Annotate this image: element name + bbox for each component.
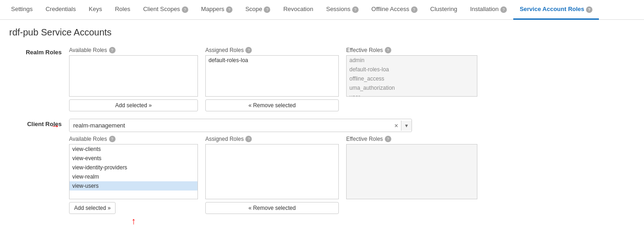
list-item[interactable]: view-events — [70, 154, 197, 163]
client-effective-help-icon[interactable]: ? — [385, 136, 391, 142]
effective-item-default-roles: default-roles-loa — [347, 65, 477, 74]
nav-scope[interactable]: Scope ? — [239, 0, 277, 20]
effective-item-admin: admin — [347, 56, 477, 65]
nav-client-scopes[interactable]: Client Scopes ? — [137, 0, 195, 20]
list-item[interactable]: view-realm — [70, 172, 197, 181]
client-assigned-label: Assigned Roles ? — [205, 136, 339, 142]
installation-help-icon: ? — [500, 6, 507, 13]
client-roles-columns: Available Roles ? view-clients view-even… — [69, 136, 635, 214]
realm-roles-columns: Available Roles ? Add selected » Assigne… — [69, 47, 635, 111]
effective-item-user: user — [347, 92, 477, 97]
client-assigned-help-icon[interactable]: ? — [245, 136, 252, 142]
realm-effective-listbox: admin default-roles-loa offline_access u… — [346, 55, 477, 97]
realm-roles-label: Realm Roles — [9, 47, 69, 56]
list-item-view-users[interactable]: view-users → — [70, 181, 197, 191]
realm-available-label: Available Roles ? — [69, 47, 198, 53]
client-available-listbox[interactable]: view-clients view-events view-identity-p… — [69, 144, 198, 199]
list-item[interactable]: view-identity-providers — [70, 163, 197, 172]
nav-keys[interactable]: Keys — [82, 0, 109, 20]
realm-assigned-col: Assigned Roles ? default-roles-loa « Rem… — [205, 47, 339, 111]
top-navigation: Settings Credentials Keys Roles Client S… — [0, 0, 644, 20]
list-item[interactable]: view-clients — [70, 145, 197, 154]
realm-remove-selected-button[interactable]: « Remove selected — [205, 99, 339, 111]
client-effective-col: Effective Roles ? — [346, 136, 477, 199]
realm-available-col: Available Roles ? Add selected » — [69, 47, 198, 111]
realm-add-selected-button[interactable]: Add selected » — [69, 99, 198, 111]
realm-assigned-help-icon[interactable]: ? — [245, 47, 252, 53]
client-roles-input-row: Client Roles → × ▾ — [9, 119, 635, 132]
realm-available-help-icon[interactable]: ? — [109, 47, 116, 53]
realm-available-listbox[interactable] — [69, 55, 198, 97]
arrow-add-button: ↑ — [131, 216, 136, 226]
client-roles-dropdown-button[interactable]: ▾ — [401, 121, 412, 131]
nav-installation[interactable]: Installation ? — [464, 0, 513, 20]
scope-help-icon: ? — [264, 6, 270, 13]
effective-item-offline: offline_access — [347, 74, 477, 83]
client-remove-selected-button[interactable]: « Remove selected — [205, 202, 339, 214]
realm-assigned-label: Assigned Roles ? — [205, 47, 339, 53]
effective-item-uma: uma_authorization — [347, 83, 477, 92]
content-area: Realm Roles Available Roles ? Add select… — [0, 42, 644, 231]
nav-service-account-roles[interactable]: Service Account Roles ? — [513, 0, 599, 20]
nav-roles[interactable]: Roles — [109, 0, 137, 20]
realm-assigned-listbox[interactable]: default-roles-loa — [205, 55, 339, 97]
nav-revocation[interactable]: Revocation — [277, 0, 319, 20]
client-effective-label: Effective Roles ? — [346, 136, 477, 142]
nav-offline-access[interactable]: Offline Access ? — [365, 0, 424, 20]
client-available-label: Available Roles ? — [69, 136, 198, 142]
sessions-help-icon: ? — [352, 6, 359, 13]
realm-effective-label: Effective Roles ? — [346, 47, 477, 53]
client-assigned-listbox[interactable] — [205, 144, 339, 199]
client-available-col: Available Roles ? view-clients view-even… — [69, 136, 198, 214]
mappers-help-icon: ? — [226, 6, 232, 13]
realm-effective-help-icon[interactable]: ? — [385, 47, 391, 53]
client-assigned-col: Assigned Roles ? « Remove selected — [205, 136, 339, 214]
client-available-help-icon[interactable]: ? — [109, 136, 116, 142]
nav-settings[interactable]: Settings — [5, 0, 39, 20]
offline-access-help-icon: ? — [411, 6, 418, 13]
realm-effective-col: Effective Roles ? admin default-roles-lo… — [346, 47, 477, 97]
nav-mappers[interactable]: Mappers ? — [195, 0, 239, 20]
client-add-selected-button[interactable]: Add selected » — [69, 202, 116, 214]
client-scopes-help-icon: ? — [182, 6, 188, 13]
client-roles-spacer — [9, 136, 69, 138]
nav-sessions[interactable]: Sessions ? — [319, 0, 365, 20]
nav-clustering[interactable]: Clustering — [424, 0, 464, 20]
page-title: rdf-pub Service Accounts — [0, 20, 644, 42]
realm-roles-section: Realm Roles Available Roles ? Add select… — [9, 47, 635, 111]
client-roles-label: Client Roles — [9, 119, 69, 127]
client-roles-clear-button[interactable]: × — [392, 120, 401, 131]
nav-credentials[interactable]: Credentials — [39, 0, 82, 20]
client-effective-listbox — [346, 144, 477, 199]
service-account-help-icon: ? — [586, 6, 592, 13]
client-roles-section: Available Roles ? view-clients view-even… — [9, 136, 635, 214]
client-roles-input[interactable] — [70, 119, 392, 132]
list-item[interactable]: default-roles-loa — [206, 56, 338, 65]
client-roles-input-wrapper: × ▾ — [69, 119, 412, 132]
